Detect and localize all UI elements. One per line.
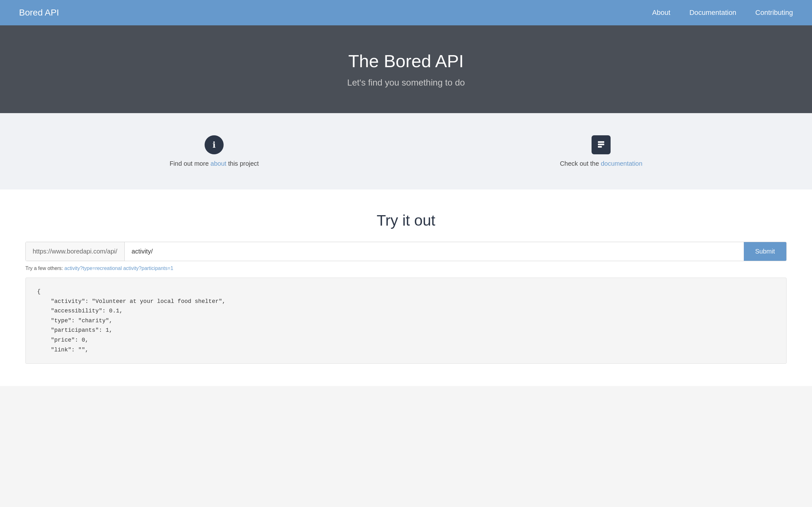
api-input-row: https://www.boredapi.com/api/ Submit <box>26 242 786 261</box>
nav-item-contributing[interactable]: Contributing <box>755 9 793 17</box>
docs-link[interactable]: documentation <box>601 160 642 167</box>
svg-rect-2 <box>598 146 602 148</box>
svg-rect-0 <box>598 141 604 143</box>
hero-title: The Bored API <box>19 51 793 71</box>
try-title: Try it out <box>26 212 786 229</box>
nav-link-docs[interactable]: Documentation <box>689 9 736 16</box>
info-icon: ℹ <box>205 135 223 154</box>
docs-icon <box>592 135 611 154</box>
hint-link-recreational[interactable]: activity?type=recreational <box>64 266 122 271</box>
svg-rect-1 <box>598 144 604 145</box>
info-card-docs: Check out the documentation <box>560 135 642 167</box>
hint-link-participants[interactable]: activity?participants=1 <box>123 266 173 271</box>
nav-item-docs[interactable]: Documentation <box>689 9 736 17</box>
nav-link-contributing[interactable]: Contributing <box>755 9 793 16</box>
about-link[interactable]: about <box>211 160 226 167</box>
hero-section: The Bored API Let's find you something t… <box>0 25 812 113</box>
api-base-url: https://www.boredapi.com/api/ <box>26 242 125 261</box>
nav-item-about[interactable]: About <box>652 9 670 17</box>
info-card-about: ℹ Find out more about this project <box>170 135 259 167</box>
info-text-about: Find out more about this project <box>170 160 259 167</box>
info-section: ℹ Find out more about this project Check… <box>0 113 812 189</box>
try-hints: Try a few others: activity?type=recreati… <box>26 266 786 271</box>
nav-links: About Documentation Contributing <box>652 9 793 17</box>
nav-brand[interactable]: Bored API <box>19 8 59 18</box>
info-text-docs: Check out the documentation <box>560 160 642 167</box>
json-output: { "activity": "Volunteer at your local f… <box>26 278 786 364</box>
submit-button[interactable]: Submit <box>744 242 786 261</box>
hero-subtitle: Let's find you something to do <box>19 78 793 88</box>
api-path-input[interactable] <box>125 242 744 261</box>
try-section: Try it out https://www.boredapi.com/api/… <box>0 189 812 386</box>
nav-link-about[interactable]: About <box>652 9 670 16</box>
navbar: Bored API About Documentation Contributi… <box>0 0 812 25</box>
